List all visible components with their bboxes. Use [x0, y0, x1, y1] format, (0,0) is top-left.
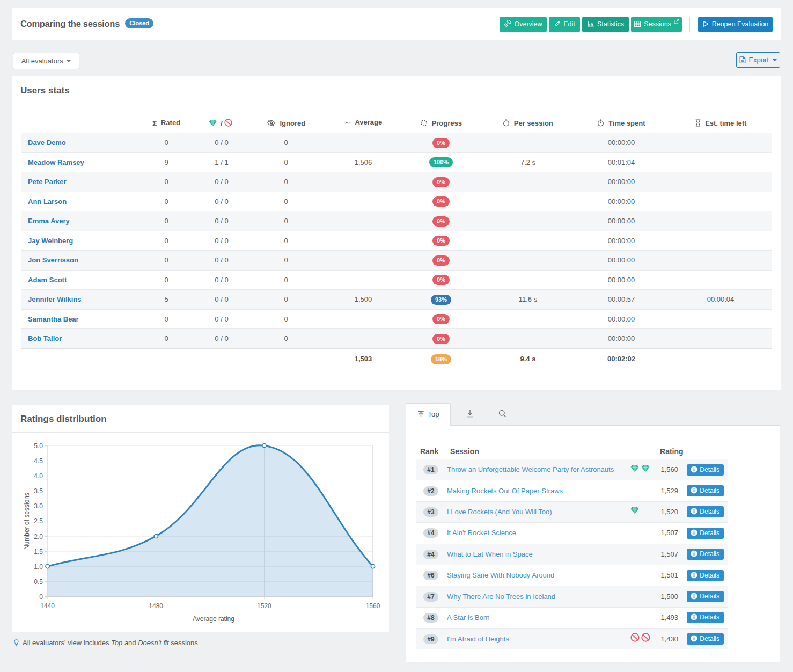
svg-text:2.0: 2.0	[34, 533, 43, 540]
svg-text:1.5: 1.5	[34, 548, 43, 556]
svg-text:1.0: 1.0	[34, 563, 43, 571]
svg-text:2.5: 2.5	[34, 517, 43, 525]
svg-text:1520: 1520	[257, 602, 271, 610]
svg-text:1440: 1440	[40, 602, 55, 610]
svg-text:Number of sessions: Number of sessions	[23, 493, 31, 550]
svg-text:1560: 1560	[366, 602, 380, 610]
svg-text:3.0: 3.0	[34, 502, 43, 510]
svg-text:4.5: 4.5	[34, 457, 43, 465]
svg-text:Average rating: Average rating	[193, 615, 234, 623]
svg-text:1480: 1480	[149, 602, 163, 610]
svg-text:0: 0	[39, 593, 43, 601]
svg-text:4.0: 4.0	[34, 472, 43, 480]
svg-text:3.5: 3.5	[34, 487, 43, 495]
svg-text:0.5: 0.5	[34, 578, 43, 586]
svg-text:5.0: 5.0	[34, 442, 43, 450]
